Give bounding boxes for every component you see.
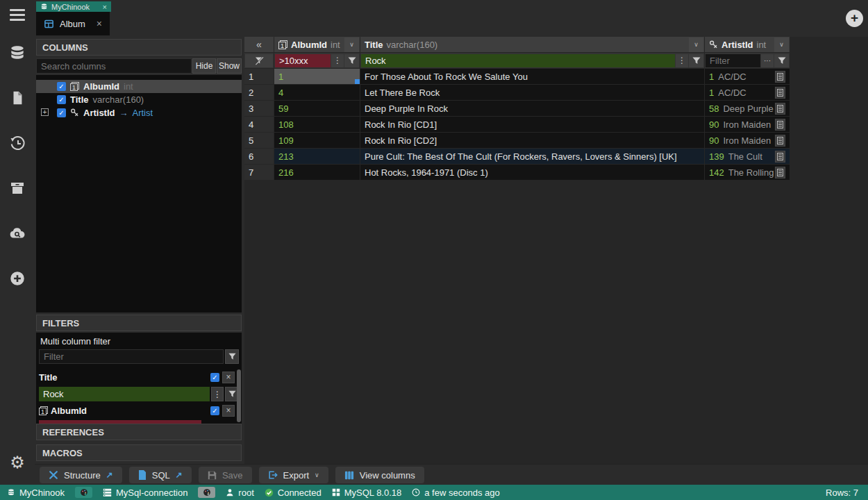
remove-filter-button[interactable]: × xyxy=(222,372,235,383)
cell-albumid[interactable]: 109 xyxy=(274,133,360,149)
related-record-button[interactable] xyxy=(775,119,785,131)
filter-options-button[interactable]: ··· xyxy=(761,54,774,67)
filters-scrollbar-thumb[interactable] xyxy=(237,369,241,422)
cell-title[interactable]: For Those About To Rock We Salute You xyxy=(360,69,705,85)
filter-options-button[interactable]: ⋮ xyxy=(211,387,224,401)
close-icon[interactable]: × xyxy=(97,18,102,29)
related-record-button[interactable] xyxy=(775,167,785,178)
cell-albumid[interactable]: 4 xyxy=(274,85,360,101)
connection-color-badge[interactable] xyxy=(198,487,215,498)
save-button[interactable]: Save xyxy=(199,467,252,483)
cell-title[interactable]: Pure Cult: The Best Of The Cult (For Roc… xyxy=(360,149,705,165)
reference-table-link[interactable]: Artist xyxy=(133,108,153,118)
cell-artistid[interactable]: 90 Iron Maiden xyxy=(705,133,790,149)
title-filter-input[interactable] xyxy=(361,54,675,67)
archive-button[interactable] xyxy=(0,171,35,206)
row-number[interactable]: 7 xyxy=(244,165,274,181)
search-columns-input[interactable] xyxy=(36,58,192,74)
sql-button[interactable]: SQL ↗ xyxy=(129,467,192,483)
statusbar-database[interactable]: MyChinook xyxy=(7,488,65,498)
checkbox-checked[interactable]: ✓ xyxy=(57,108,66,117)
cell-artistid[interactable]: 139 The Cult xyxy=(705,149,790,165)
table-row[interactable]: 2 4 Let There Be Rock 1 AC/DC xyxy=(244,85,868,101)
column-menu-button[interactable]: ∨ xyxy=(774,38,789,52)
cell-artistid[interactable]: 1 AC/DC xyxy=(705,85,790,101)
header-title[interactable]: Title varchar(160) ∨ xyxy=(360,37,705,53)
related-record-button[interactable] xyxy=(775,103,785,115)
cell-artistid[interactable]: 90 Iron Maiden xyxy=(705,117,790,133)
cell-title[interactable]: Rock In Rio [CD1] xyxy=(360,117,705,133)
title-filter-input[interactable] xyxy=(39,387,210,401)
row-number[interactable]: 6 xyxy=(244,149,274,165)
settings-button[interactable]: ⚙ xyxy=(0,450,35,475)
new-connection-button[interactable]: + xyxy=(846,10,863,27)
statusbar-connection[interactable]: MySql-connection xyxy=(103,488,187,498)
export-button[interactable]: Export ∨ xyxy=(259,467,328,483)
cell-artistid[interactable]: 142 The Rolling xyxy=(705,165,790,181)
apply-multi-filter-button[interactable] xyxy=(225,349,239,364)
columns-section-header[interactable]: COLUMNS xyxy=(36,39,242,56)
cell-albumid[interactable]: 216 xyxy=(274,165,360,181)
row-number[interactable]: 5 xyxy=(244,133,274,149)
apply-filter-button[interactable] xyxy=(689,54,703,67)
related-record-button[interactable] xyxy=(775,151,785,162)
references-section-header[interactable]: REFERENCES xyxy=(36,424,242,440)
selection-handle[interactable] xyxy=(355,79,360,84)
apply-filter-button[interactable] xyxy=(774,54,789,67)
cell-title[interactable]: Let There Be Rock xyxy=(360,85,705,101)
column-menu-button[interactable]: ∨ xyxy=(344,38,359,52)
table-row-selected[interactable]: 6 213 Pure Cult: The Best Of The Cult (F… xyxy=(244,149,868,165)
cell-title[interactable]: Rock In Rio [CD2] xyxy=(360,133,705,149)
show-columns-button[interactable]: Show xyxy=(217,58,242,74)
cell-artistid[interactable]: 1 AC/DC xyxy=(705,69,790,85)
remove-filter-button[interactable]: × xyxy=(222,405,235,417)
row-number[interactable]: 2 xyxy=(244,85,274,101)
table-row[interactable]: 3 59 Deep Purple In Rock 58 Deep Purple xyxy=(244,101,868,117)
cell-artistid[interactable]: 58 Deep Purple xyxy=(705,101,790,117)
cell-albumid[interactable]: 213 xyxy=(274,149,360,165)
connection-color-badge[interactable] xyxy=(75,487,92,498)
row-number[interactable]: 4 xyxy=(244,117,274,133)
cell-title[interactable]: Deep Purple In Rock xyxy=(360,101,705,117)
collapse-panel-button[interactable]: « xyxy=(244,37,274,53)
table-row[interactable]: 7 216 Hot Rocks, 1964-1971 (Disc 1) 142 … xyxy=(244,165,868,181)
history-button[interactable] xyxy=(0,126,35,160)
add-connection-rail-button[interactable] xyxy=(0,261,35,296)
cell-albumid[interactable]: 108 xyxy=(274,117,360,133)
checkbox-checked[interactable]: ✓ xyxy=(210,373,219,382)
close-icon[interactable]: × xyxy=(103,3,107,11)
view-columns-button[interactable]: View columns xyxy=(335,467,424,483)
header-albumid[interactable]: 1 AlbumId int ∨ xyxy=(274,37,360,53)
header-artistid[interactable]: ArtistId int ∨ xyxy=(705,37,790,53)
macros-section-header[interactable]: MACROS xyxy=(36,444,242,461)
checkbox-checked[interactable]: ✓ xyxy=(57,82,66,91)
table-row[interactable]: 1 1 For Those About To Rock We Salute Yo… xyxy=(244,69,868,85)
hide-columns-button[interactable]: Hide xyxy=(192,58,216,74)
related-record-button[interactable] xyxy=(775,135,785,147)
connection-tab[interactable]: MyChinook × xyxy=(36,1,111,12)
cell-title[interactable]: Hot Rocks, 1964-1971 (Disc 1) xyxy=(360,165,705,181)
disable-filters-button[interactable] xyxy=(245,54,273,67)
multi-filter-input[interactable] xyxy=(39,349,224,364)
filter-options-button[interactable]: ⋮ xyxy=(676,54,688,67)
column-item-albumid[interactable]: ✓ 1 AlbumId int xyxy=(36,80,242,93)
row-number[interactable]: 1 xyxy=(244,69,274,85)
notes-button[interactable] xyxy=(0,81,35,115)
apply-filter-button[interactable] xyxy=(344,54,359,67)
filters-section-header[interactable]: FILTERS xyxy=(36,315,242,331)
related-record-button[interactable] xyxy=(775,87,785,99)
column-item-title[interactable]: ✓ Title varchar(160) xyxy=(36,93,242,106)
artistid-filter-input[interactable] xyxy=(706,54,760,67)
connections-button[interactable] xyxy=(0,35,35,70)
scratchpad-button[interactable] xyxy=(0,216,35,251)
checkbox-checked[interactable]: ✓ xyxy=(210,406,219,415)
menu-button[interactable] xyxy=(0,0,35,25)
structure-button[interactable]: Structure ↗ xyxy=(40,467,122,483)
filter-options-button[interactable]: ⋮ xyxy=(331,54,344,67)
row-number[interactable]: 3 xyxy=(244,101,274,117)
albumid-filter-input[interactable] xyxy=(275,54,331,67)
column-item-artistid[interactable]: + ✓ ArtistId → Artist xyxy=(36,106,242,119)
table-row[interactable]: 4 108 Rock In Rio [CD1] 90 Iron Maiden xyxy=(244,117,868,133)
table-row[interactable]: 5 109 Rock In Rio [CD2] 90 Iron Maiden xyxy=(244,133,868,149)
expand-icon[interactable]: + xyxy=(41,108,49,116)
